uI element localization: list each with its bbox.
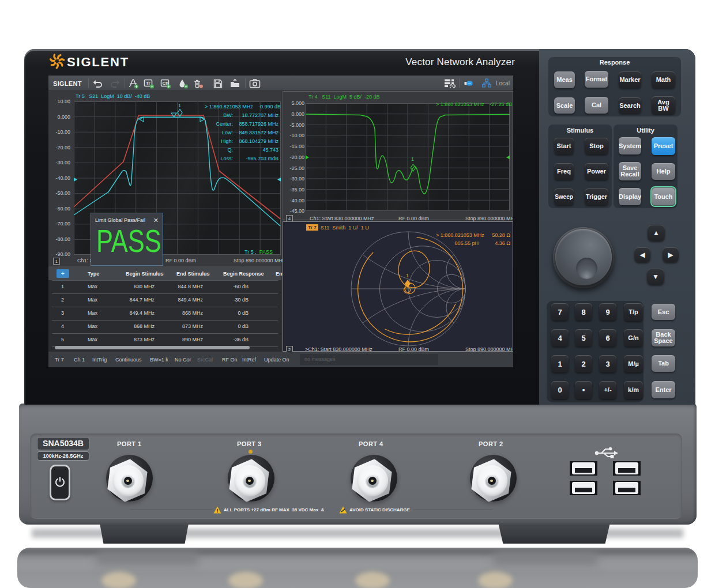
svg-text:1: 1 (411, 156, 414, 162)
svg-text:1: 1 (406, 273, 409, 278)
svg-text:!: ! (217, 508, 219, 514)
svg-text:1: 1 (178, 103, 181, 108)
svg-text:Tr: Tr (146, 81, 150, 86)
